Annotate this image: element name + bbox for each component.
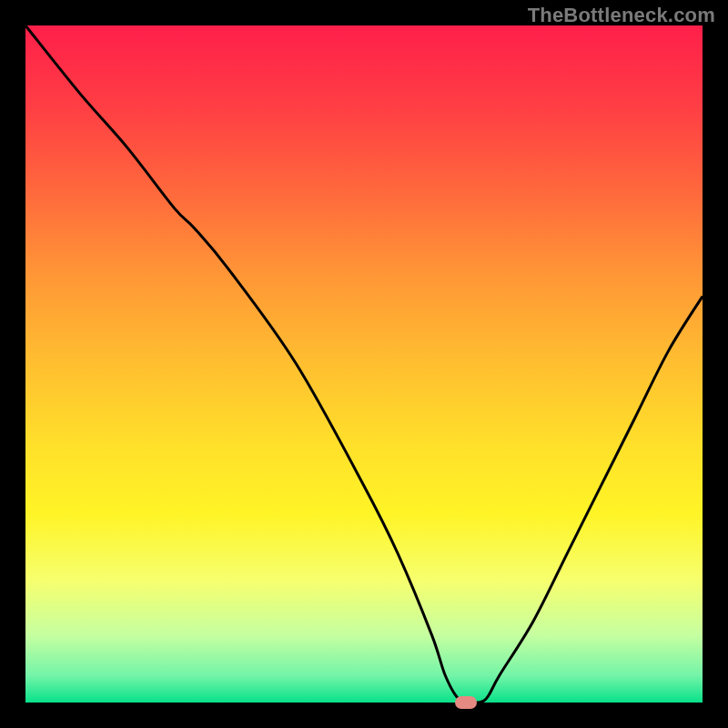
plot-area xyxy=(25,25,703,703)
watermark-label: TheBottleneck.com xyxy=(528,4,715,27)
curve-svg xyxy=(25,25,703,703)
optimal-point-marker xyxy=(455,696,477,709)
chart-frame: TheBottleneck.com xyxy=(0,0,728,728)
bottleneck-curve xyxy=(25,25,703,703)
